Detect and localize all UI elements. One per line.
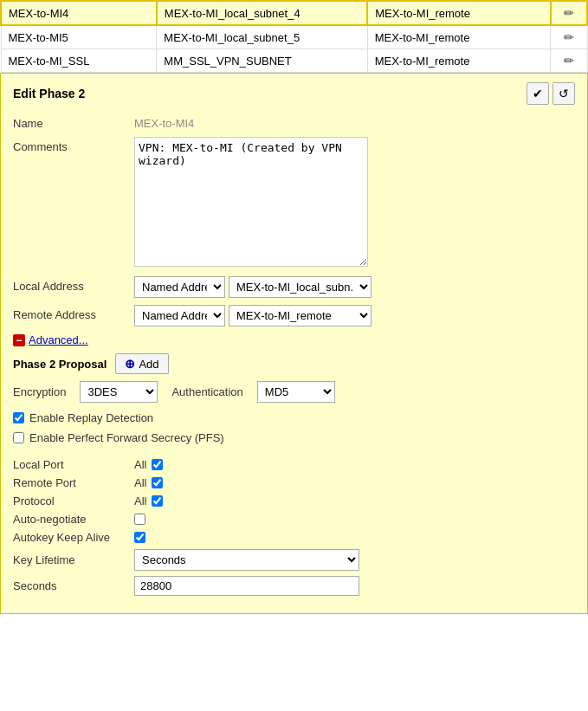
autokey-row: Autokey Keep Alive xyxy=(13,531,575,544)
autokey-value xyxy=(134,532,145,543)
remote-address-label: Remote Address xyxy=(13,305,134,321)
table-row-3: MEX-to-MI_SSL MM_SSL_VPN_SUBNET MEX-to-M… xyxy=(1,49,587,73)
local-port-label: Local Port xyxy=(13,458,134,471)
pfs-checkbox[interactable] xyxy=(13,432,24,443)
reset-button[interactable]: ↺ xyxy=(552,82,575,105)
panel-header-buttons: ✔ ↺ xyxy=(527,82,575,105)
name-value: MEX-to-MI4 xyxy=(134,113,575,130)
autokey-checkbox[interactable] xyxy=(134,532,145,543)
protocol-row: Protocol All xyxy=(13,494,575,507)
authentication-select[interactable]: MD5 SHA1 SHA256 SHA384 SHA512 xyxy=(257,381,335,403)
seconds-row: Seconds xyxy=(13,576,575,596)
comments-label: Comments xyxy=(13,137,134,153)
row2-name: MEX-to-MI5 xyxy=(1,25,157,49)
edit-phase2-panel: Edit Phase 2 ✔ ↺ Name MEX-to-MI4 Comment… xyxy=(0,73,588,614)
advanced-minus-icon[interactable]: − xyxy=(13,334,25,346)
panel-title: Edit Phase 2 xyxy=(13,87,85,100)
name-label: Name xyxy=(13,113,134,130)
encryption-select[interactable]: 3DES AES128 AES192 AES256 DES xyxy=(80,381,158,403)
table-row-2: MEX-to-MI5 MEX-to-MI_local_subnet_5 MEX-… xyxy=(1,25,587,49)
table-row-1: MEX-to-MI4 MEX-to-MI_local_subnet_4 MEX-… xyxy=(1,1,587,25)
row1-remote: MEX-to-MI_remote xyxy=(367,1,551,25)
local-address-row: Local Address Named Addre... MEX-to-MI_l… xyxy=(13,276,575,298)
proposal-row: Phase 2 Proposal ⊕ Add xyxy=(13,353,575,374)
local-port-checkbox[interactable] xyxy=(152,459,163,470)
local-address-label: Local Address xyxy=(13,276,134,293)
enc-auth-row: Encryption 3DES AES128 AES192 AES256 DES… xyxy=(13,381,575,403)
advanced-label[interactable]: Advanced... xyxy=(29,333,88,346)
local-port-value: All xyxy=(134,458,163,471)
seconds-value xyxy=(134,576,359,596)
replay-detection-checkbox[interactable] xyxy=(13,412,24,423)
remote-address-value-select[interactable]: MEX-to-MI_remote xyxy=(229,305,372,326)
protocol-text: All xyxy=(134,494,146,507)
local-address-value-select[interactable]: MEX-to-MI_local_subn... xyxy=(229,276,372,298)
remote-port-text: All xyxy=(134,476,146,489)
protocol-label: Protocol xyxy=(13,494,134,507)
authentication-label: Authentication xyxy=(171,385,242,398)
local-port-text: All xyxy=(134,458,146,471)
plus-circle-icon: ⊕ xyxy=(125,357,135,371)
local-port-row: Local Port All xyxy=(13,458,575,471)
local-address-value: Named Addre... MEX-to-MI_local_subn... xyxy=(134,276,575,298)
remote-address-type-select[interactable]: Named Addre... xyxy=(134,305,225,326)
key-lifetime-select[interactable]: Seconds Minutes Hours Days xyxy=(134,549,359,571)
remote-port-checkbox[interactable] xyxy=(152,477,163,488)
pfs-label: Enable Perfect Forward Secrecy (PFS) xyxy=(29,431,224,444)
row2-edit[interactable]: ✏ xyxy=(551,25,587,49)
row1-name: MEX-to-MI4 xyxy=(1,1,157,25)
row3-remote: MEX-to-MI_remote xyxy=(367,49,551,73)
add-label: Add xyxy=(139,358,158,371)
add-button[interactable]: ⊕ Add xyxy=(115,353,168,374)
key-lifetime-label: Key Lifetime xyxy=(13,553,134,566)
remote-address-value: Named Addre... MEX-to-MI_remote xyxy=(134,305,575,326)
replay-detection-label: Enable Replay Detection xyxy=(29,411,153,424)
panel-header: Edit Phase 2 ✔ ↺ xyxy=(13,82,575,105)
comments-value[interactable]: VPN: MEX-to-MI (Created by VPN wizard) xyxy=(134,137,575,269)
advanced-row: − Advanced... xyxy=(13,333,575,346)
proposal-label: Phase 2 Proposal xyxy=(13,358,107,371)
row3-local-subnet: MM_SSL_VPN_SUBNET xyxy=(157,49,367,73)
pfs-row: Enable Perfect Forward Secrecy (PFS) xyxy=(13,431,575,444)
key-lifetime-value: Seconds Minutes Hours Days xyxy=(134,549,359,571)
row2-local-subnet: MEX-to-MI_local_subnet_5 xyxy=(157,25,367,49)
key-lifetime-row: Key Lifetime Seconds Minutes Hours Days xyxy=(13,549,575,571)
protocol-checkbox[interactable] xyxy=(152,495,163,507)
confirm-button[interactable]: ✔ xyxy=(527,82,549,105)
comments-textarea[interactable]: VPN: MEX-to-MI (Created by VPN wizard) xyxy=(134,137,368,267)
comments-row: Comments VPN: MEX-to-MI (Created by VPN … xyxy=(13,137,575,269)
remote-port-value: All xyxy=(134,476,163,489)
auto-negotiate-label: Auto-negotiate xyxy=(13,513,134,526)
row2-remote: MEX-to-MI_remote xyxy=(367,25,551,49)
remote-port-row: Remote Port All xyxy=(13,476,575,489)
auto-negotiate-value xyxy=(134,514,145,525)
edit-icon-2[interactable]: ✏ xyxy=(564,30,574,44)
auto-negotiate-row: Auto-negotiate xyxy=(13,513,575,526)
seconds-label: Seconds xyxy=(13,579,134,592)
protocol-value: All xyxy=(134,494,163,507)
remote-port-label: Remote Port xyxy=(13,476,134,489)
local-address-type-select[interactable]: Named Addre... xyxy=(134,276,225,298)
seconds-input[interactable] xyxy=(134,576,359,596)
autokey-label: Autokey Keep Alive xyxy=(13,531,134,544)
row1-edit[interactable]: ✏ xyxy=(551,1,587,25)
encryption-label: Encryption xyxy=(13,385,66,398)
edit-icon-3[interactable]: ✏ xyxy=(564,54,574,68)
row1-local-subnet: MEX-to-MI_local_subnet_4 xyxy=(157,1,367,25)
edit-icon-1[interactable]: ✏ xyxy=(564,6,574,20)
row3-name: MEX-to-MI_SSL xyxy=(1,49,157,73)
replay-detection-row: Enable Replay Detection xyxy=(13,411,575,424)
auto-negotiate-checkbox[interactable] xyxy=(134,514,145,525)
row3-edit[interactable]: ✏ xyxy=(551,49,587,73)
remote-address-row: Remote Address Named Addre... MEX-to-MI_… xyxy=(13,305,575,326)
name-row: Name MEX-to-MI4 xyxy=(13,113,575,130)
